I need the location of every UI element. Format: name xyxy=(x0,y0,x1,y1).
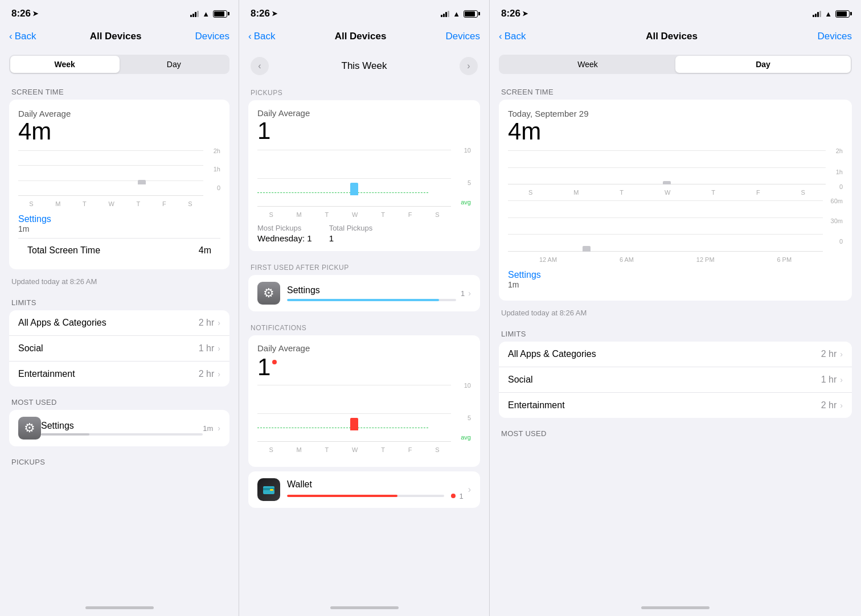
location-icon-right: ➤ xyxy=(522,10,528,18)
pickup-bar-wed xyxy=(350,183,358,195)
most-used-section-label-right: MOST USED xyxy=(490,422,861,441)
limit-row-entertainment-right[interactable]: Entertainment 2 hr › xyxy=(499,393,852,418)
limits-card-right: All Apps & Categories 2 hr › Social 1 hr… xyxy=(499,342,852,418)
svg-rect-2 xyxy=(270,489,273,491)
limits-section-label-left: LIMITS xyxy=(0,291,239,310)
pickup-stats: Most Pickups Wednesday: 1 Total Pickups … xyxy=(257,224,471,243)
date-label-right: Today, September 29 xyxy=(508,109,843,118)
left-panel-content: SCREEN TIME Daily Average 4m 2h 1h 0 xyxy=(0,81,239,599)
nav-title-left: All Devices xyxy=(90,31,142,42)
nav-title-middle: All Devices xyxy=(335,31,387,42)
signal-bars-middle xyxy=(441,10,449,17)
screen-time-section-label-right: SCREEN TIME xyxy=(490,81,861,100)
middle-panel-content: ‹ This Week › PICKUPS Daily Average 1 xyxy=(239,50,489,599)
daily-avg-label-left: Daily Average xyxy=(18,109,220,118)
home-indicator-left xyxy=(0,599,239,616)
notifications-section-label: NOTIFICATIONS xyxy=(239,316,489,335)
screen-time-card-right: Today, September 29 4m 2h 1h 0 S M T xyxy=(499,100,852,301)
next-week-button[interactable]: › xyxy=(460,57,478,75)
status-bar-middle: 8:26 ➤ ▲ xyxy=(239,0,489,23)
segment-control-right: Week Day xyxy=(499,55,852,74)
pickup-chart: 10 5 avg S M T W T F S xyxy=(257,150,471,218)
limits-card-left: All Apps & Categories 2 hr › Social 1 hr… xyxy=(9,310,229,387)
chart-left: 2h 1h 0 S M T W T F S xyxy=(18,150,220,207)
devices-button-right[interactable]: Devices xyxy=(818,31,852,42)
pickups-card: Daily Average 1 10 5 avg S M xyxy=(248,100,480,251)
devices-button-middle[interactable]: Devices xyxy=(446,31,480,42)
screen-time-section-label-left: SCREEN TIME xyxy=(0,81,239,100)
battery-icon-right xyxy=(835,10,850,18)
status-icons-middle: ▲ xyxy=(441,10,478,18)
segment-week-right[interactable]: Week xyxy=(500,56,675,73)
limit-row-all-apps-right[interactable]: All Apps & Categories 2 hr › xyxy=(499,342,852,367)
wifi-icon-middle: ▲ xyxy=(453,10,460,18)
segment-day-right[interactable]: Day xyxy=(675,56,851,73)
home-indicator-middle xyxy=(239,599,489,616)
notifications-chart: 10 5 avg S M T W T F S xyxy=(257,385,471,453)
segment-day-left[interactable]: Day xyxy=(120,56,229,73)
pickups-section-label: PICKUPS xyxy=(239,82,489,100)
nav-title-right: All Devices xyxy=(646,31,698,42)
screen-time-card-left: Daily Average 4m 2h 1h 0 S M xyxy=(9,100,229,269)
most-used-section-label-left: MOST USED xyxy=(0,391,239,410)
notif-daily-avg-label: Daily Average xyxy=(257,343,471,353)
chart-right-bottom: 60m 30m 0 12 AM 6 AM 12 PM 6 PM xyxy=(508,200,843,263)
right-panel-content: SCREEN TIME Today, September 29 4m 2h 1h… xyxy=(490,81,861,599)
settings-link-left[interactable]: Settings 1m xyxy=(18,212,220,238)
wallet-app-icon xyxy=(257,478,280,501)
settings-app-icon-left: ⚙ xyxy=(18,417,41,440)
prev-week-button[interactable]: ‹ xyxy=(251,57,269,75)
most-used-card-left: ⚙ Settings 1m › xyxy=(9,410,229,446)
chart-right-top: 2h 1h 0 S M T W T F S xyxy=(508,150,843,196)
settings-link-right[interactable]: Settings 1m xyxy=(508,268,843,294)
back-button-right[interactable]: ‹ Back xyxy=(499,31,526,42)
segment-week-left[interactable]: Week xyxy=(10,56,120,73)
back-button-left[interactable]: ‹ Back xyxy=(9,31,36,42)
most-used-row-settings-left[interactable]: ⚙ Settings 1m › xyxy=(9,410,229,446)
segment-control-left: Week Day xyxy=(9,55,229,74)
updated-text-right: Updated today at 8:26 AM xyxy=(490,305,861,323)
first-used-settings-row[interactable]: ⚙ Settings 1 › xyxy=(248,275,480,311)
devices-button-left[interactable]: Devices xyxy=(195,31,229,42)
wifi-icon-right: ▲ xyxy=(825,10,832,18)
nav-bar-right: ‹ Back All Devices Devices xyxy=(490,23,861,50)
wallet-row[interactable]: Wallet 1 › xyxy=(248,471,480,508)
location-icon-left: ➤ xyxy=(32,10,38,18)
status-time-left: 8:26 ➤ xyxy=(11,8,38,19)
week-nav: ‹ This Week › xyxy=(239,50,489,82)
big-time-right: 4m xyxy=(508,120,843,143)
signal-bars-left xyxy=(190,10,199,17)
first-used-section-label: FIRST USED AFTER PICKUP xyxy=(239,256,489,275)
status-time-right: 8:26 ➤ xyxy=(501,8,528,19)
first-used-card: ⚙ Settings 1 › xyxy=(248,275,480,311)
limits-section-label-right: LIMITS xyxy=(490,323,861,342)
big-time-left: 4m xyxy=(18,120,220,143)
updated-text-left: Updated today at 8:26 AM xyxy=(0,274,239,291)
status-bar-left: 8:26 ➤ ▲ xyxy=(0,0,239,23)
back-button-middle[interactable]: ‹ Back xyxy=(248,31,275,42)
location-icon-middle: ➤ xyxy=(272,10,277,18)
signal-bars-right xyxy=(813,10,821,17)
limit-row-entertainment-left[interactable]: Entertainment 2 hr › xyxy=(9,362,229,387)
notif-bar-wed xyxy=(350,418,358,430)
battery-icon-middle xyxy=(464,10,478,18)
week-title: This Week xyxy=(342,60,387,72)
status-bar-right: 8:26 ➤ ▲ xyxy=(490,0,861,23)
total-screen-time-row-left: Total Screen Time 4m xyxy=(18,239,220,262)
settings-icon-first-used: ⚙ xyxy=(257,282,280,305)
notifications-card: Daily Average 1 10 5 avg S xyxy=(248,335,480,467)
pickups-bottom-label-left: PICKUPS xyxy=(0,451,239,470)
nav-bar-left: ‹ Back All Devices Devices xyxy=(0,23,239,50)
battery-icon-left xyxy=(213,10,227,18)
status-time-middle: 8:26 ➤ xyxy=(251,8,277,19)
pickups-daily-avg-label: Daily Average xyxy=(257,108,471,118)
limit-row-social-right[interactable]: Social 1 hr › xyxy=(499,367,852,393)
left-panel: 8:26 ➤ ▲ ‹ Back All Devices Devices Week… xyxy=(0,0,239,616)
wallet-chevron: › xyxy=(468,484,471,495)
notif-big-value: 1 xyxy=(257,355,471,379)
wallet-count-dot xyxy=(451,494,456,498)
limit-row-all-apps-left[interactable]: All Apps & Categories 2 hr › xyxy=(9,310,229,336)
wifi-icon-left: ▲ xyxy=(202,10,210,18)
limit-row-social-left[interactable]: Social 1 hr › xyxy=(9,336,229,362)
status-icons-right: ▲ xyxy=(813,10,850,18)
